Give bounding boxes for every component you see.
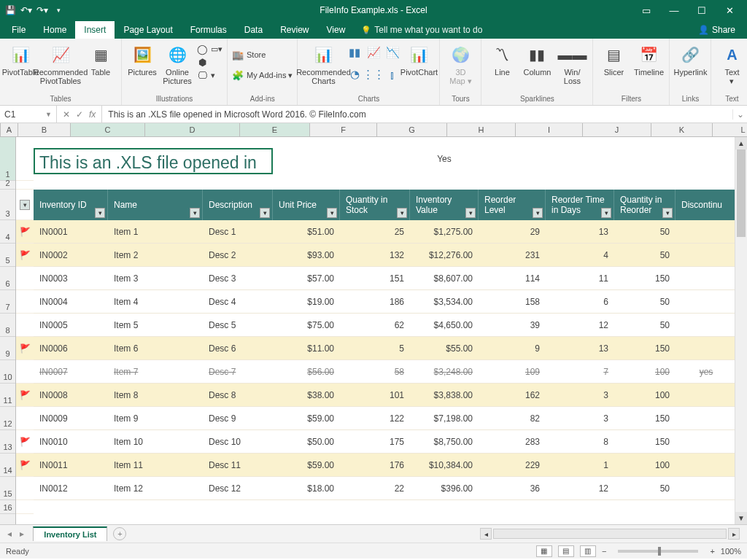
filter-button[interactable]: ▾ <box>465 208 476 218</box>
table-cell[interactable] <box>676 290 737 313</box>
recommended-charts-button[interactable]: 📊Recommended Charts <box>302 43 344 85</box>
fx-icon[interactable]: fx <box>89 109 96 120</box>
qat-dropdown-icon[interactable]: ▾ <box>53 4 64 16</box>
close-icon[interactable]: ✕ <box>721 5 738 16</box>
table-cell[interactable]: 122 <box>340 407 410 429</box>
table-cell[interactable]: Item 4 <box>108 290 203 313</box>
table-cell[interactable]: $38.00 <box>273 384 340 406</box>
table-cell[interactable]: Item 8 <box>108 384 203 406</box>
table-cell[interactable]: 151 <box>340 267 410 289</box>
table-cell[interactable]: 82 <box>479 407 546 429</box>
table-cell[interactable]: 22 <box>340 477 410 499</box>
expand-formula-icon[interactable]: ⌄ <box>732 109 747 120</box>
zoom-in-button[interactable]: + <box>710 547 714 556</box>
table-cell[interactable]: 150 <box>614 337 676 359</box>
pictures-button[interactable]: 🖼️Pictures <box>126 43 158 77</box>
timeline-button[interactable]: 📅Timeline <box>632 43 665 77</box>
table-cell[interactable]: $3,534.00 <box>410 290 479 313</box>
table-cell[interactable]: Desc 11 <box>203 454 273 476</box>
table-cell[interactable]: 9 <box>479 337 546 359</box>
table-cell[interactable]: 176 <box>340 454 410 476</box>
table-header[interactable]: Inventory ID▾ <box>34 190 108 220</box>
table-cell[interactable]: $4,650.00 <box>410 314 479 336</box>
table-cell[interactable]: IN0006 <box>34 337 108 359</box>
ribbon-options-icon[interactable]: ▭ <box>638 5 655 16</box>
horizontal-scrollbar[interactable]: ◂ ▸ <box>480 528 740 540</box>
table-cell[interactable]: Item 2 <box>108 244 203 266</box>
table-cell[interactable]: $10,384.00 <box>410 454 479 476</box>
table-cell[interactable]: 39 <box>479 314 546 336</box>
table-cell[interactable]: 7 <box>546 360 614 383</box>
scroll-down-icon[interactable]: ▼ <box>735 512 747 524</box>
table-cell[interactable]: 100 <box>614 384 676 406</box>
table-cell[interactable]: 50 <box>614 314 676 336</box>
column-header-L[interactable]: L <box>713 123 747 136</box>
column-header-C[interactable]: C <box>71 123 145 136</box>
table-cell[interactable]: Item 11 <box>108 454 203 476</box>
sheet-title[interactable]: This is an .XLS file opened in <box>34 148 273 174</box>
formula-input[interactable]: This is an .XLS file opened in Microsoft… <box>102 109 732 120</box>
table-cell[interactable]: 162 <box>479 384 546 406</box>
table-cell[interactable]: 1 <box>546 454 614 476</box>
row-header[interactable]: 7 <box>0 290 15 314</box>
table-cell[interactable]: $19.00 <box>273 290 340 313</box>
table-cell[interactable]: 150 <box>614 407 676 429</box>
row-header[interactable]: 16 <box>0 500 15 514</box>
table-cell[interactable]: 229 <box>479 454 546 476</box>
scroll-up-icon[interactable]: ▲ <box>735 137 747 149</box>
sparkline-column-button[interactable]: ▮▮Column <box>521 43 553 77</box>
table-cell[interactable]: 36 <box>479 477 546 499</box>
table-cell[interactable] <box>676 384 737 406</box>
table-cell[interactable]: 50 <box>614 477 676 499</box>
column-header-H[interactable]: H <box>447 123 516 136</box>
column-header-A[interactable]: A <box>1 123 18 136</box>
table-cell[interactable]: 5 <box>340 337 410 359</box>
tab-nav-buttons[interactable]: ◂ ▸ <box>7 529 27 539</box>
row-header[interactable]: 14 <box>0 454 15 477</box>
table-cell[interactable]: $55.00 <box>410 337 479 359</box>
table-cell[interactable]: $7,198.00 <box>410 407 479 429</box>
table-cell[interactable]: $75.00 <box>273 314 340 336</box>
online-pictures-button[interactable]: 🌐Online Pictures <box>161 43 193 85</box>
hierarchy-chart-icon[interactable]: ◔ <box>347 65 362 84</box>
page-break-view-button[interactable]: ▥ <box>580 545 596 557</box>
table-cell[interactable]: 3 <box>546 384 614 406</box>
table-cell[interactable]: $3,248.00 <box>410 360 479 383</box>
table-header[interactable]: Reorder Level▾ <box>479 190 546 220</box>
column-header-F[interactable]: F <box>310 123 377 136</box>
table-cell[interactable]: Item 7 <box>108 360 203 383</box>
column-header-B[interactable]: B <box>18 123 71 136</box>
tab-file[interactable]: File <box>3 21 34 39</box>
table-cell[interactable]: 150 <box>614 267 676 289</box>
table-cell[interactable]: 58 <box>340 360 410 383</box>
filter-button[interactable]: ▾ <box>601 208 611 218</box>
column-header-D[interactable]: D <box>145 123 240 136</box>
table-header[interactable]: Discontinu <box>676 190 737 220</box>
vertical-scrollbar[interactable]: ▲ ▼ <box>735 137 747 524</box>
row-header[interactable]: 9 <box>0 337 15 360</box>
stock-chart-icon[interactable]: 📉 <box>385 43 400 62</box>
row-header[interactable]: 8 <box>0 314 15 337</box>
table-cell[interactable]: $18.00 <box>273 477 340 499</box>
table-cell[interactable]: IN0003 <box>34 267 108 289</box>
table-cell[interactable]: 13 <box>546 220 614 243</box>
table-cell[interactable]: 11 <box>546 267 614 289</box>
row-header[interactable]: 2 <box>0 181 15 190</box>
table-header[interactable]: Reorder Time in Days▾ <box>546 190 614 220</box>
table-cell[interactable]: Desc 3 <box>203 267 273 289</box>
table-cell[interactable]: Item 3 <box>108 267 203 289</box>
table-cell[interactable]: 100 <box>614 360 676 383</box>
filter-button[interactable]: ▾ <box>260 208 270 218</box>
pivotchart-button[interactable]: 📊PivotChart <box>403 43 435 77</box>
tab-formulas[interactable]: Formulas <box>182 21 236 39</box>
table-cell[interactable] <box>676 477 737 499</box>
column-header-J[interactable]: J <box>583 123 651 136</box>
cancel-formula-icon[interactable]: ✕ <box>63 109 70 120</box>
table-cell[interactable]: $11.00 <box>273 337 340 359</box>
sheet-tab[interactable]: Inventory List <box>33 526 107 541</box>
slicer-button[interactable]: ▤Slicer <box>597 43 630 77</box>
table-cell[interactable]: 3 <box>546 407 614 429</box>
table-cell[interactable]: yes <box>676 360 737 383</box>
minimize-icon[interactable]: — <box>665 5 683 16</box>
smartart-button[interactable]: ⬢ <box>196 56 222 68</box>
